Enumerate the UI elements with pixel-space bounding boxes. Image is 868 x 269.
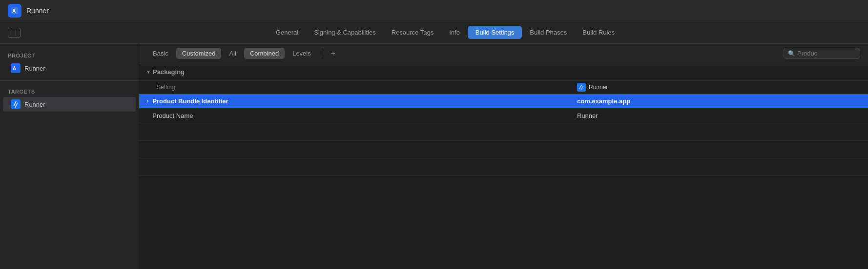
row-setting-label: Product Name xyxy=(152,112,193,119)
svg-marker-7 xyxy=(580,86,584,90)
svg-text:A: A xyxy=(12,8,16,14)
table-header-row: Setting Runner xyxy=(139,81,868,94)
sidebar-target-label: Runner xyxy=(24,101,45,108)
nav-tabs: General Signing & Capabilities Resource … xyxy=(30,26,860,39)
section-label: Packaging xyxy=(153,68,185,76)
row-setting-label: Product Bundle Identifier xyxy=(152,97,228,105)
table-row[interactable]: › Product Bundle Identifier com.example.… xyxy=(139,94,868,109)
runner-column-header: Runner xyxy=(577,83,860,92)
flutter-header-icon xyxy=(577,83,586,92)
tab-build-phases[interactable]: Build Phases xyxy=(522,26,575,39)
runner-column-label: Runner xyxy=(589,84,608,91)
row-setting: › Product Bundle Identifier xyxy=(147,97,577,105)
sidebar-item-runner-target[interactable]: Runner xyxy=(3,97,136,112)
search-icon: 🔍 xyxy=(788,50,795,57)
section-chevron-icon: ▾ xyxy=(147,69,150,75)
row-expand-icon: › xyxy=(147,98,148,104)
content-area: Basic Customized All Combined Levels + 🔍… xyxy=(139,44,868,269)
sub-tab-customized[interactable]: Customized xyxy=(176,48,222,59)
nav-tabs-bar: General Signing & Capabilities Resource … xyxy=(0,21,868,44)
tab-resource-tags[interactable]: Resource Tags xyxy=(384,26,441,39)
sub-tab-divider xyxy=(322,49,322,58)
app-title: Runner xyxy=(26,7,49,15)
sub-tab-levels[interactable]: Levels xyxy=(287,48,317,59)
empty-row xyxy=(139,123,868,141)
row-value: Runner xyxy=(577,112,860,119)
tab-build-rules[interactable]: Build Rules xyxy=(575,26,622,39)
project-section-label: PROJECT xyxy=(0,50,139,60)
sidebar-divider xyxy=(0,80,139,81)
sidebar: PROJECT A Runner TARGETS xyxy=(0,44,139,269)
svg-marker-6 xyxy=(579,85,582,89)
row-setting: › Product Name xyxy=(147,112,577,119)
runner-target-icon xyxy=(11,99,21,109)
search-bar: 🔍 xyxy=(784,48,860,59)
sidebar-toggle-button[interactable] xyxy=(8,28,21,38)
tab-general[interactable]: General xyxy=(268,26,306,39)
sidebar-project-label: Runner xyxy=(24,65,45,72)
sub-tab-combined[interactable]: Combined xyxy=(244,48,285,59)
sub-tab-bar: Basic Customized All Combined Levels + 🔍 xyxy=(139,44,868,63)
search-input[interactable] xyxy=(797,50,856,57)
tab-info[interactable]: Info xyxy=(441,26,468,39)
table-row[interactable]: › Product Name Runner xyxy=(139,109,868,123)
add-setting-button[interactable]: + xyxy=(327,48,339,59)
sub-tab-basic[interactable]: Basic xyxy=(147,48,174,59)
empty-row xyxy=(139,141,868,158)
sidebar-item-runner-project[interactable]: A Runner xyxy=(3,61,136,76)
tab-build-settings[interactable]: Build Settings xyxy=(468,26,522,39)
section-header-packaging: ▾ Packaging xyxy=(139,63,868,81)
main-layout: PROJECT A Runner TARGETS xyxy=(0,44,868,269)
table-area: ▾ Packaging Setting Runner xyxy=(139,63,868,269)
empty-row xyxy=(139,158,868,176)
setting-column-header: Setting xyxy=(147,84,577,91)
runner-project-icon: A xyxy=(11,63,21,73)
row-value: com.example.app xyxy=(577,97,860,105)
title-bar: A Runner xyxy=(0,0,868,21)
targets-section-label: TARGETS xyxy=(0,86,139,96)
sub-tab-all[interactable]: All xyxy=(223,48,242,59)
svg-text:A: A xyxy=(13,66,16,71)
app-icon: A xyxy=(8,4,21,18)
tab-signing[interactable]: Signing & Capabilities xyxy=(306,26,383,39)
